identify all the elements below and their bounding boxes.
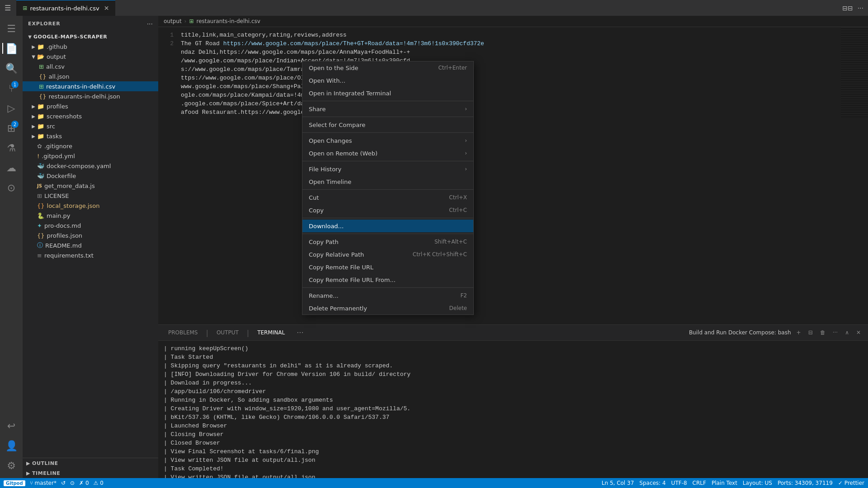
ctx-file-history[interactable]: File History › xyxy=(302,163,473,175)
activity-extensions[interactable]: ⊞ 2 xyxy=(2,119,20,137)
ctx-open-side-label: Open to the Side xyxy=(309,65,429,71)
ctx-rename[interactable]: Rename... F2 xyxy=(302,289,473,302)
status-errors[interactable]: ✗ 0 xyxy=(79,480,89,486)
tree-item-github[interactable]: ▶ 📁 .github xyxy=(23,42,158,52)
terminal-more-btn[interactable]: ··· xyxy=(297,328,303,337)
terminal-add-btn[interactable]: + xyxy=(795,329,803,336)
ctx-open-terminal[interactable]: Open in Integrated Terminal xyxy=(302,87,473,99)
tab-close-btn[interactable]: ✕ xyxy=(104,5,109,12)
outline-header[interactable]: ▶ OUTLINE xyxy=(23,458,158,468)
ctx-download[interactable]: Download... xyxy=(302,220,473,232)
tab-problems[interactable]: PROBLEMS xyxy=(164,328,203,338)
ctx-cut-label: Cut xyxy=(309,194,440,201)
tree-item-docker-compose[interactable]: ▶ 🐳 docker-compose.yaml xyxy=(23,161,158,171)
tree-item-readme[interactable]: ▶ ⓘ README.md xyxy=(23,240,158,250)
term-line-5: | Download in progress... xyxy=(164,379,863,387)
terminal-split-btn[interactable]: ⊟ xyxy=(807,329,815,336)
status-encoding[interactable]: UTF-8 xyxy=(671,480,687,486)
tree-item-get-more-data[interactable]: ▶ JS get_more_data.js xyxy=(23,181,158,191)
breadcrumb-bar: output › ⊞ restaurants-in-delhi.csv xyxy=(158,16,868,27)
status-spaces[interactable]: Spaces: 4 xyxy=(639,480,665,486)
status-remote[interactable]: ⊙ xyxy=(70,480,75,486)
activity-settings[interactable]: ⚙ xyxy=(2,456,20,474)
ctx-copy-remote-url-from[interactable]: Copy Remote File URL From... xyxy=(302,273,473,286)
activity-github[interactable]: ⊙ xyxy=(2,178,20,197)
title-bar-more-icon[interactable]: ··· xyxy=(858,5,863,12)
csv-tab-icon: ⊞ xyxy=(23,5,27,11)
activity-cloud[interactable]: ☁ xyxy=(2,159,20,177)
hamburger-icon[interactable]: ☰ xyxy=(5,4,11,12)
ctx-delete-permanently[interactable]: Delete Permanently Delete xyxy=(302,302,473,314)
ctx-open-changes[interactable]: Open Changes › xyxy=(302,134,473,147)
tree-item-restaurants-json[interactable]: {} restaurants-in-delhi.json xyxy=(23,91,158,101)
tree-item-pro-docs[interactable]: ▶ ✦ pro-docs.md xyxy=(23,221,158,230)
terminal-active-session[interactable]: Build and Run Docker Compose: bash xyxy=(689,329,791,336)
ctx-sep-6 xyxy=(302,218,473,218)
activity-explorer[interactable]: 📄 xyxy=(2,39,20,57)
sidebar-more-btn[interactable]: ··· xyxy=(147,20,153,28)
ctx-share[interactable]: Share › xyxy=(302,103,473,115)
ctx-share-arrow: › xyxy=(465,106,467,112)
ctx-open-timeline[interactable]: Open Timeline xyxy=(302,175,473,188)
ctx-copy-path[interactable]: Copy Path Shift+Alt+C xyxy=(302,235,473,248)
tree-item-src[interactable]: ▶ 📁 src xyxy=(23,121,158,131)
activity-run-debug[interactable]: ▷ xyxy=(2,99,20,117)
ctx-copy-relative-path-label: Copy Relative Path xyxy=(309,251,404,258)
activity-flask[interactable]: ⚗ xyxy=(2,139,20,157)
active-tab[interactable]: ⊞ restaurants-in-delhi.csv ✕ xyxy=(16,0,115,16)
tree-item-restaurants-csv[interactable]: ⊞ restaurants-in-delhi.csv xyxy=(23,81,158,91)
ctx-copy[interactable]: Copy Ctrl+C xyxy=(302,204,473,216)
tree-item-profiles[interactable]: ▶ 📁 profiles xyxy=(23,101,158,111)
status-branch[interactable]: ⑂ master* xyxy=(30,480,57,486)
terminal-trash-btn[interactable]: 🗑 xyxy=(818,329,827,336)
tree-item-dockerfile[interactable]: ▶ 🐳 Dockerfile xyxy=(23,171,158,181)
activity-menu[interactable]: ☰ xyxy=(2,19,20,38)
tree-item-all-json[interactable]: {} all.json xyxy=(23,71,158,81)
tree-item-local-storage[interactable]: ▶ {} local_storage.json xyxy=(23,201,158,211)
status-language[interactable]: Plain Text xyxy=(712,480,737,486)
ctx-open-remote-web[interactable]: Open on Remote (Web) › xyxy=(302,147,473,160)
split-editor-icon[interactable]: ⊟⊟ xyxy=(842,5,853,12)
tree-item-gitignore[interactable]: ▶ ✿ .gitignore xyxy=(23,141,158,151)
all-csv-label: all.csv xyxy=(46,63,65,70)
tree-item-screenshots[interactable]: ▶ 📁 screenshots xyxy=(23,111,158,121)
ctx-open-side[interactable]: Open to the Side Ctrl+Enter xyxy=(302,61,473,74)
tab-terminal[interactable]: TERMINAL xyxy=(253,328,289,338)
ctx-open-with[interactable]: Open With... xyxy=(302,74,473,87)
activity-remote[interactable]: ↩ xyxy=(2,417,20,435)
terminal-more-btn2[interactable]: ··· xyxy=(831,329,840,336)
activity-source-control[interactable]: ⑂ 1 xyxy=(2,79,20,97)
status-sync[interactable]: ↺ xyxy=(61,480,66,486)
editor-line-extra5: www.google.com/maps/place/Shang+Palace/d… xyxy=(158,82,868,91)
status-bar-left: Gitpod ⑂ master* ↺ ⊙ ✗ 0 ⚠ 0 xyxy=(4,480,104,486)
tree-item-tasks[interactable]: ▶ 📁 tasks xyxy=(23,131,158,141)
tree-item-license[interactable]: ▶ ⊞ LICENSE xyxy=(23,191,158,201)
ctx-select-compare[interactable]: Select for Compare xyxy=(302,118,473,131)
status-ports[interactable]: Ports: 34309, 37119 xyxy=(778,480,833,486)
terminal-close-btn[interactable]: ✕ xyxy=(854,329,863,336)
all-json-label: all.json xyxy=(49,73,70,80)
tree-root-folder[interactable]: ▼ GOOGLE-MAPS-SCRAPER xyxy=(23,32,158,42)
ctx-copy-remote-url[interactable]: Copy Remote File URL xyxy=(302,261,473,273)
timeline-header[interactable]: ▶ TIMELINE xyxy=(23,468,158,478)
tree-item-all-csv[interactable]: ⊞ all.csv xyxy=(23,61,158,71)
status-position[interactable]: Ln 5, Col 37 xyxy=(602,480,634,486)
activity-search[interactable]: 🔍 xyxy=(2,59,20,77)
status-prettier[interactable]: ✓ Prettier xyxy=(838,480,864,486)
tree-item-main-py[interactable]: ▶ 🐍 main.py xyxy=(23,211,158,221)
tree-item-profiles-json[interactable]: ▶ {} profiles.json xyxy=(23,230,158,240)
terminal-max-btn[interactable]: ∧ xyxy=(843,329,851,336)
tree-item-gitpod-yml[interactable]: ▶ ! .gitpod.yml xyxy=(23,151,158,161)
tab-output[interactable]: OUTPUT xyxy=(212,328,243,338)
status-warnings[interactable]: ⚠ 0 xyxy=(94,480,104,486)
tree-item-requirements[interactable]: ▶ ≡ requirements.txt xyxy=(23,250,158,260)
editor-scroll[interactable]: 1 title,link,main_category,rating,review… xyxy=(158,27,868,324)
encoding-label: UTF-8 xyxy=(671,480,687,486)
tree-item-output[interactable]: ▼ 📂 output xyxy=(23,52,158,61)
status-layout[interactable]: Layout: US xyxy=(743,480,772,486)
status-gitpod[interactable]: Gitpod xyxy=(4,480,25,486)
ctx-cut[interactable]: Cut Ctrl+X xyxy=(302,191,473,204)
status-line-ending[interactable]: CRLF xyxy=(693,480,706,486)
ctx-copy-relative-path[interactable]: Copy Relative Path Ctrl+K Ctrl+Shift+C xyxy=(302,248,473,261)
activity-account[interactable]: 👤 xyxy=(2,436,20,455)
